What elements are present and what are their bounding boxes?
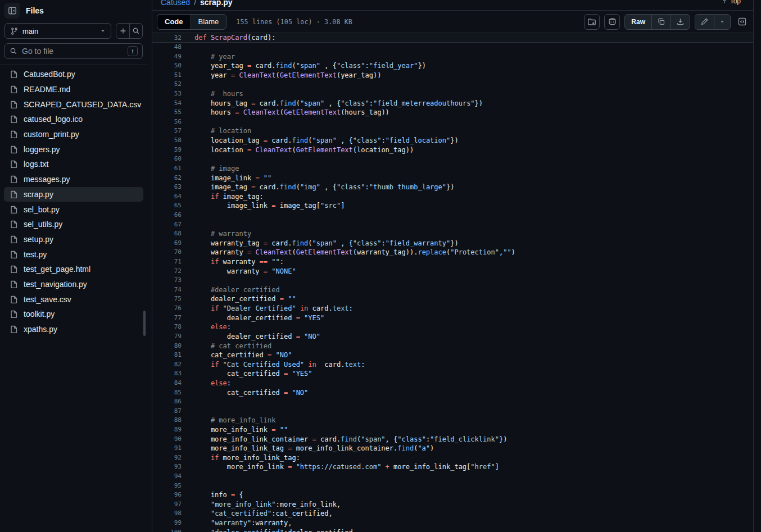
code-line-text: # location xyxy=(182,126,251,136)
tab-code[interactable]: Code xyxy=(157,15,191,29)
file-tree-item[interactable]: README.md xyxy=(4,82,143,97)
line-number[interactable]: 52 xyxy=(152,80,182,89)
line-number[interactable]: 71 xyxy=(152,257,182,267)
line-number[interactable]: 51 xyxy=(152,71,182,80)
file-tree-item[interactable]: sel_bot.py xyxy=(4,202,143,217)
file-tree-item[interactable]: test_get_page.html xyxy=(4,262,143,277)
line-number[interactable]: 56 xyxy=(152,117,182,127)
file-tree-item[interactable]: catused_logo.ico xyxy=(4,112,143,127)
line-number[interactable]: 96 xyxy=(152,490,182,500)
file-tree-item[interactable]: CatusedBot.py xyxy=(4,67,143,82)
file-tree-item[interactable]: sel_utils.py xyxy=(4,217,143,232)
line-number[interactable]: 97 xyxy=(152,500,182,510)
code-line-text xyxy=(182,276,194,285)
line-number[interactable]: 55 xyxy=(152,108,182,117)
file-tree-item[interactable]: SCRAPED_CATUSED_DATA.csv xyxy=(4,97,143,112)
file-content-pane: Catused / scrap.py Top Code Blame 155 li… xyxy=(152,0,754,532)
line-number[interactable]: 59 xyxy=(152,145,182,155)
symbols-panel-button[interactable] xyxy=(735,15,749,29)
collapse-sidebar-button[interactable] xyxy=(4,3,20,19)
line-number[interactable]: 95 xyxy=(152,481,182,491)
line-number[interactable]: 65 xyxy=(152,201,182,211)
file-tree-item[interactable]: setup.py xyxy=(4,232,143,247)
line-number[interactable]: 69 xyxy=(152,239,182,248)
line-number[interactable]: 86 xyxy=(152,397,182,407)
breadcrumb-repo-link[interactable]: Catused xyxy=(161,0,190,7)
file-tree-item[interactable]: test_save.csv xyxy=(4,292,143,307)
line-number[interactable]: 79 xyxy=(152,332,182,342)
line-number[interactable]: 93 xyxy=(152,462,182,472)
edit-dropdown-button[interactable] xyxy=(714,15,730,29)
go-to-file-placeholder: Go to file xyxy=(22,47,53,56)
line-number[interactable]: 80 xyxy=(152,342,182,351)
line-number[interactable]: 50 xyxy=(152,61,182,71)
line-number[interactable]: 76 xyxy=(152,304,182,313)
file-tree-item[interactable]: xpaths.py xyxy=(4,322,143,337)
line-number[interactable]: 92 xyxy=(152,453,182,463)
go-to-file-input[interactable]: Go to file t xyxy=(4,43,143,59)
line-number[interactable]: 85 xyxy=(152,388,182,398)
line-number[interactable]: 64 xyxy=(152,192,182,202)
line-number[interactable]: 74 xyxy=(152,285,182,295)
file-tree-item[interactable]: test_navigation.py xyxy=(4,277,143,292)
line-number[interactable]: 58 xyxy=(152,136,182,145)
line-number[interactable]: 57 xyxy=(152,126,182,136)
line-number[interactable]: 32 xyxy=(152,33,182,42)
file-tree-item[interactable]: logs.txt xyxy=(4,157,143,172)
line-number[interactable]: 78 xyxy=(152,322,182,332)
download-button[interactable] xyxy=(671,15,690,29)
line-number[interactable]: 53 xyxy=(152,89,182,99)
line-number[interactable]: 84 xyxy=(152,379,182,388)
search-this-repo-button[interactable] xyxy=(129,24,142,38)
line-number[interactable]: 89 xyxy=(152,425,182,435)
line-number[interactable]: 67 xyxy=(152,220,182,230)
copy-raw-button[interactable] xyxy=(651,15,671,29)
line-number[interactable]: 77 xyxy=(152,313,182,323)
code-row: 100 "dealer_certified":dealer_certified, xyxy=(152,528,753,532)
edit-file-button[interactable] xyxy=(695,15,714,29)
line-number[interactable]: 54 xyxy=(152,99,182,108)
sidebar-scrollbar-thumb[interactable] xyxy=(143,311,146,336)
file-tree-item[interactable]: messages.py xyxy=(4,172,143,187)
copilot-button[interactable] xyxy=(604,14,620,30)
line-number[interactable]: 66 xyxy=(152,211,182,220)
code-line-text: if "Dealer Certified" in card.text: xyxy=(182,304,353,313)
add-file-to-tree-button[interactable] xyxy=(584,14,600,30)
file-tree-item[interactable]: loggers.py xyxy=(4,142,143,157)
line-number[interactable]: 91 xyxy=(152,444,182,453)
line-number[interactable]: 88 xyxy=(152,416,182,425)
line-number[interactable]: 82 xyxy=(152,360,182,370)
line-number[interactable]: 49 xyxy=(152,52,182,62)
line-number[interactable]: 62 xyxy=(152,174,182,183)
line-number[interactable]: 81 xyxy=(152,351,182,360)
line-number[interactable]: 68 xyxy=(152,229,182,239)
line-number[interactable]: 100 xyxy=(152,528,182,532)
line-number[interactable]: 98 xyxy=(152,509,182,519)
branch-selector[interactable]: main xyxy=(4,23,111,39)
line-number[interactable]: 83 xyxy=(152,369,182,379)
line-number[interactable]: 70 xyxy=(152,248,182,257)
line-number[interactable]: 75 xyxy=(152,294,182,304)
line-number[interactable]: 63 xyxy=(152,183,182,192)
file-name: README.md xyxy=(24,85,70,94)
code-view: 32def ScrapCard(card): 4849 # year50 yea… xyxy=(152,33,753,532)
back-to-top-link[interactable]: Top xyxy=(721,0,741,5)
line-number[interactable]: 61 xyxy=(152,164,182,174)
line-number[interactable]: 90 xyxy=(152,435,182,444)
file-tree-item[interactable]: toolkit.py xyxy=(4,307,143,322)
line-number[interactable]: 94 xyxy=(152,472,182,481)
tab-blame[interactable]: Blame xyxy=(191,15,227,29)
line-number[interactable]: 60 xyxy=(152,154,182,164)
line-number[interactable]: 73 xyxy=(152,276,182,285)
file-tree-item[interactable]: custom_print.py xyxy=(4,127,143,142)
raw-button[interactable]: Raw xyxy=(625,15,651,29)
add-file-button[interactable] xyxy=(116,24,129,38)
file-tree-item[interactable]: test.py xyxy=(4,247,143,262)
line-number[interactable]: 99 xyxy=(152,519,182,528)
code-line-text xyxy=(182,407,194,416)
file-tree-item[interactable]: scrap.py xyxy=(4,187,143,202)
line-number[interactable]: 87 xyxy=(152,407,182,416)
line-number[interactable]: 48 xyxy=(152,43,182,52)
code-line-text: more_info_link = "" xyxy=(182,425,288,435)
line-number[interactable]: 72 xyxy=(152,267,182,276)
